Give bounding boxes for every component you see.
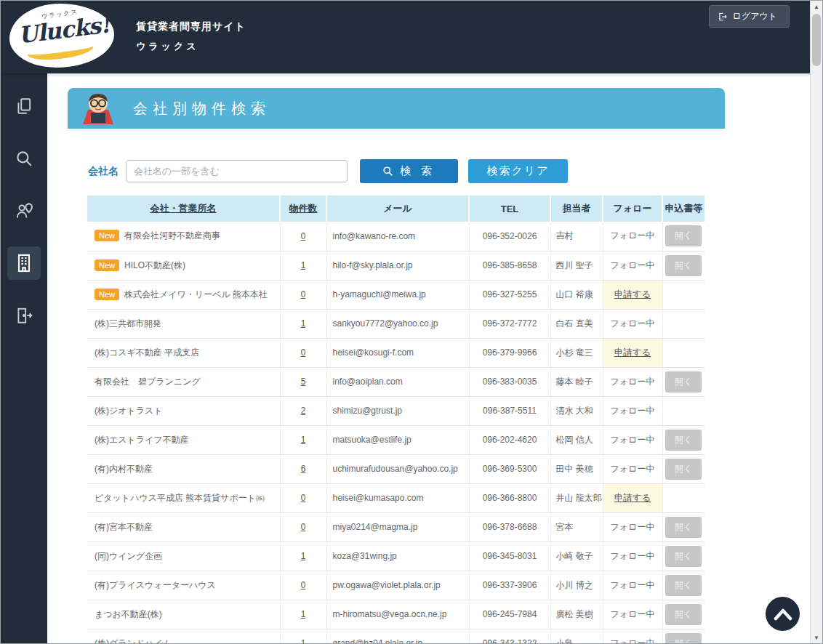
following-status-cell: フォロー中 (603, 222, 662, 251)
open-docs-button[interactable]: 開く (665, 371, 702, 393)
open-docs-button[interactable]: 開く (665, 604, 702, 625)
search-button[interactable]: 検 索 (360, 159, 458, 183)
email-cell: sankyou7772@yahoo.co.jp (326, 309, 469, 338)
property-count-link[interactable]: 1 (301, 551, 306, 561)
sidebar-item-search[interactable] (7, 142, 41, 175)
apply-follow-link[interactable]: 申請する (614, 289, 651, 299)
logout-button[interactable]: ログアウト (709, 5, 790, 28)
following-status-cell: フォロー中 (603, 571, 662, 600)
company-name: HILO不動産(株) (124, 260, 185, 270)
property-count-link[interactable]: 0 (301, 493, 306, 503)
open-docs-button[interactable]: 開く (665, 546, 702, 567)
email-cell: pw.ogawa@violet.plala.or.jp (326, 571, 469, 600)
tel-cell: 096-383-0035 (469, 367, 550, 396)
scroll-to-top-button[interactable] (766, 597, 800, 631)
property-count-link[interactable]: 6 (301, 464, 306, 474)
sidebar-item-exit[interactable] (7, 299, 41, 332)
contact-person-cell: 井山 龍太郎 (550, 483, 603, 512)
following-status-cell: フォロー中 (603, 251, 662, 280)
scrollbar-down-icon[interactable]: ▼ (811, 632, 822, 644)
contact-person-cell: 白石 直美 (550, 309, 603, 338)
property-count-link[interactable]: 5 (301, 377, 306, 387)
following-status: フォロー中 (611, 464, 655, 474)
company-name-cell: (株)三共都市開発 (87, 309, 280, 338)
following-status: フォロー中 (611, 609, 655, 619)
application-docs-cell: 開く (662, 454, 704, 483)
email-cell: heisei@kumasapo.com (326, 483, 469, 512)
property-count-link[interactable]: 0 (301, 231, 306, 241)
property-count-link[interactable]: 2 (301, 406, 306, 416)
tel-cell: 096-352-0026 (469, 222, 550, 251)
company-row: まつお不動産(株)1m-hiromatsu@vega.ocn.ne.jp096-… (87, 600, 704, 629)
scrollbar-thumb[interactable] (812, 14, 821, 66)
property-count-cell: 1 (280, 309, 326, 338)
property-count-link[interactable]: 0 (301, 289, 306, 299)
company-row: (株)コスギ不動産 平成支店0heisei@kosugi-f.com096-37… (87, 338, 704, 367)
column-header-follow: フォロー (603, 196, 662, 222)
scrollbar-up-icon[interactable]: ▲ (811, 1, 822, 13)
contact-person-cell: 清水 大和 (550, 396, 603, 425)
company-row: (有)宮本不動産0miya0214@magma.jp096-378-6688宮本… (87, 512, 704, 542)
open-docs-button[interactable]: 開く (665, 575, 702, 596)
property-count-cell: 5 (280, 367, 326, 396)
following-status-cell: フォロー中 (603, 454, 662, 483)
tel-cell: 096-343-1322 (469, 629, 550, 644)
application-docs-cell (662, 338, 704, 367)
following-status: フォロー中 (611, 406, 655, 416)
company-name-cell: (有)内村不動産 (87, 454, 280, 483)
column-header-label: 物件数 (289, 203, 318, 214)
sidebar-item-agent-map[interactable] (7, 194, 41, 228)
follow-apply-cell: 申請する (603, 338, 662, 367)
property-count-link[interactable]: 1 (301, 318, 306, 329)
tel-cell: 096-327-5255 (469, 280, 550, 309)
company-row: (株)グランドハイム1grand@bz04.plala.or.jp096-343… (87, 629, 704, 644)
company-name-label: 会社名 (88, 165, 119, 178)
email-cell: m-hiromatsu@vega.ocn.ne.jp (326, 600, 469, 629)
sidebar-item-company-search[interactable] (7, 246, 41, 280)
tel-cell: 096-387-5511 (469, 396, 550, 425)
apply-follow-link[interactable]: 申請する (614, 347, 651, 358)
company-name-input[interactable] (126, 160, 348, 182)
following-status: フォロー中 (611, 260, 655, 270)
property-count-link[interactable]: 1 (301, 609, 306, 619)
vertical-scrollbar[interactable]: ▲ ▼ (810, 1, 822, 644)
following-status-cell: フォロー中 (603, 629, 662, 644)
application-docs-cell: 開く (662, 251, 704, 280)
company-name: ピタットハウス平成店 熊本賃貸サポート㈱ (95, 493, 265, 503)
contact-person-cell: 西川 聖子 (550, 251, 603, 280)
application-docs-cell (662, 309, 704, 338)
company-row: (株)ジオトラスト2shimizu@gtrust.jp096-387-5511清… (87, 396, 704, 425)
property-count-link[interactable]: 1 (301, 435, 306, 445)
property-count-link[interactable]: 1 (301, 260, 306, 270)
following-status: フォロー中 (611, 551, 655, 561)
property-count-link[interactable]: 0 (301, 522, 306, 532)
tel-cell: 096-379-9966 (469, 338, 550, 367)
open-docs-button[interactable]: 開く (665, 459, 702, 480)
follow-apply-cell: 申請する (603, 280, 662, 309)
open-docs-button[interactable]: 開く (665, 430, 702, 451)
company-name: (同)ウイング企画 (95, 551, 162, 561)
column-header-count[interactable]: 物件数 (280, 196, 326, 222)
column-header-company[interactable]: 会社・営業所名 (87, 196, 280, 222)
property-count-link[interactable]: 0 (301, 580, 306, 590)
sidebar-item-documents[interactable] (7, 89, 41, 123)
company-name: (株)三共都市開発 (95, 318, 161, 329)
following-status-cell: フォロー中 (603, 600, 662, 629)
tel-cell: 096-245-7984 (469, 600, 550, 629)
property-count-link[interactable]: 0 (301, 347, 306, 358)
contact-person-cell: 松岡 信人 (550, 425, 603, 454)
documents-icon (15, 97, 33, 116)
following-status-cell: フォロー中 (603, 542, 662, 571)
property-count-cell: 6 (280, 454, 326, 483)
property-count-link[interactable]: 1 (301, 638, 306, 644)
open-docs-button[interactable]: 開く (665, 517, 702, 538)
open-docs-button[interactable]: 開く (665, 225, 702, 246)
ulucks-logo[interactable]: ウラックス Ulucks! (9, 4, 114, 68)
agent-pin-icon (15, 201, 34, 221)
open-docs-button[interactable]: 開く (665, 633, 702, 644)
clear-search-button[interactable]: 検索クリア (468, 159, 568, 183)
company-name-cell: (株)ジオトラスト (87, 396, 280, 425)
apply-follow-link[interactable]: 申請する (614, 493, 651, 503)
property-count-cell: 0 (280, 512, 326, 542)
open-docs-button[interactable]: 開く (665, 255, 702, 276)
